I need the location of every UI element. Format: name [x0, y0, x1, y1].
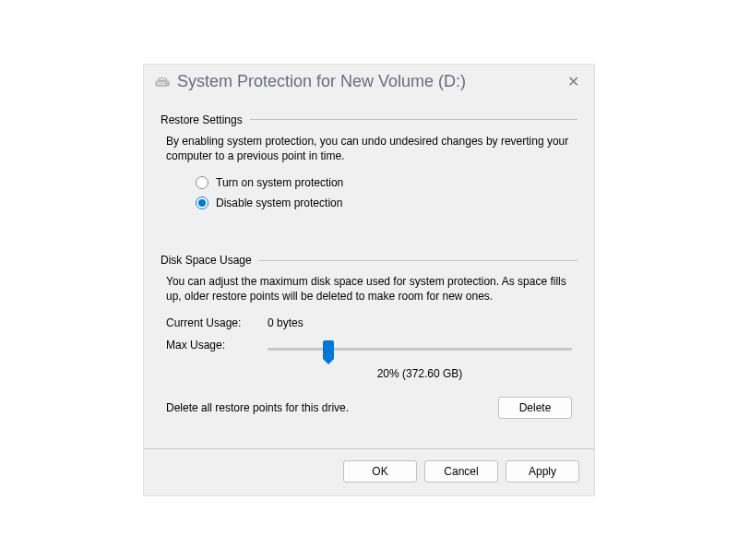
radio-icon — [196, 197, 208, 209]
delete-row: Delete all restore points for this drive… — [166, 397, 572, 419]
max-usage-label: Max Usage: — [166, 339, 268, 380]
drive-icon — [155, 74, 170, 89]
disk-usage-label: Disk Space Usage — [161, 254, 259, 267]
cancel-button[interactable]: Cancel — [424, 460, 498, 483]
system-protection-dialog: System Protection for New Volume (D:) ✕ … — [143, 64, 595, 497]
max-usage-row: Max Usage: 20% (372.60 GB) — [166, 339, 572, 380]
slider-caption: 20% (372.60 GB) — [268, 367, 572, 380]
delete-button[interactable]: Delete — [498, 397, 572, 419]
radio-disable[interactable]: Disable system protection — [196, 197, 577, 209]
radio-turn-on[interactable]: Turn on system protection — [196, 176, 577, 189]
slider-track — [268, 348, 572, 351]
delete-description: Delete all restore points for this drive… — [166, 401, 349, 414]
restore-settings-header: Restore Settings — [161, 113, 577, 126]
restore-settings-label: Restore Settings — [161, 113, 250, 126]
max-usage-slider[interactable]: 20% (372.60 GB) — [268, 339, 572, 380]
svg-point-1 — [158, 78, 167, 81]
radio-disable-label: Disable system protection — [216, 197, 342, 209]
titlebar: System Protection for New Volume (D:) ✕ — [144, 65, 594, 97]
restore-description: By enabling system protection, you can u… — [166, 134, 572, 163]
slider-thumb[interactable] — [323, 340, 334, 359]
protection-radio-group: Turn on system protection Disable system… — [196, 176, 577, 209]
svg-point-2 — [166, 83, 168, 85]
window-title: System Protection for New Volume (D:) — [177, 72, 564, 91]
current-usage-value: 0 bytes — [268, 316, 304, 329]
dialog-footer: OK Cancel Apply — [144, 449, 594, 495]
disk-usage-header: Disk Space Usage — [161, 254, 577, 267]
disk-description: You can adjust the maximum disk space us… — [166, 274, 572, 304]
apply-button[interactable]: Apply — [506, 460, 579, 483]
current-usage-label: Current Usage: — [166, 316, 268, 329]
current-usage-row: Current Usage: 0 bytes — [166, 316, 572, 329]
radio-icon — [196, 176, 208, 189]
ok-button[interactable]: OK — [343, 460, 417, 483]
dialog-content: Restore Settings By enabling system prot… — [144, 97, 594, 440]
radio-turn-on-label: Turn on system protection — [216, 176, 343, 189]
close-icon[interactable]: ✕ — [564, 73, 583, 90]
